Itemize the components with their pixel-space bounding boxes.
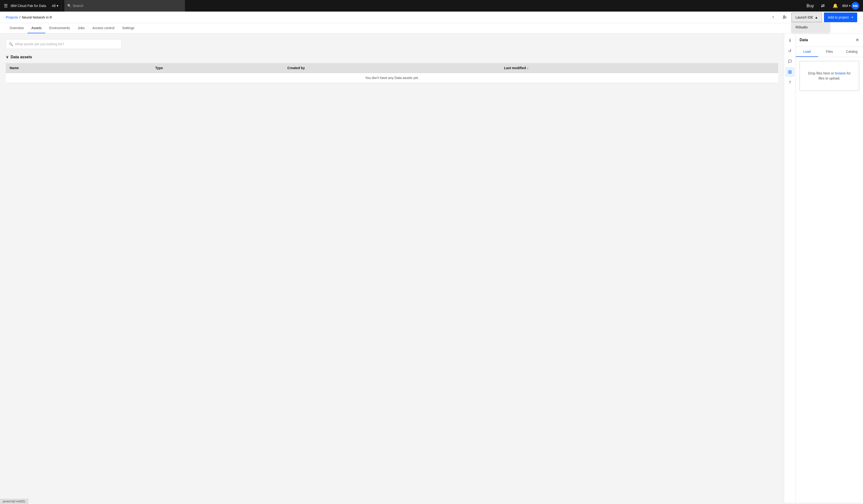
add-to-project-button[interactable]: Add to project + [824, 13, 857, 22]
browse-link[interactable]: browse [835, 71, 846, 75]
status-bar: javascript:void(0); [0, 499, 28, 503]
svg-rect-3 [788, 70, 790, 72]
data-assets-header[interactable]: ∨ Data assets [6, 55, 778, 59]
add-member-button[interactable] [780, 13, 789, 22]
panel-tab-load[interactable]: Load [796, 47, 818, 57]
content-area: 🔍 ∨ Data assets Name Type Created by Las… [0, 34, 784, 503]
panel-close-button[interactable]: ✕ [855, 37, 859, 43]
data-assets-section: ∨ Data assets Name Type Created by Last … [6, 55, 778, 83]
column-name: Name [6, 63, 151, 73]
data-assets-title: Data assets [11, 55, 32, 59]
right-panel: Data ✕ Load Files Catalog Drop files her… [796, 34, 863, 503]
launch-ide-chevron-icon: ▲ [815, 15, 818, 19]
status-text: javascript:void(0); [3, 500, 26, 503]
grid-icon[interactable] [785, 67, 795, 77]
drop-text-before: Drop files here or [808, 71, 835, 75]
tab-settings[interactable]: Settings [118, 23, 138, 33]
tab-environments[interactable]: Environments [45, 23, 74, 33]
buy-button[interactable]: Buy [804, 0, 816, 12]
panel-title: Data [800, 38, 808, 42]
transfer-icon[interactable]: ⇄ [817, 0, 828, 12]
search-bar-icon: 🔍 [9, 42, 13, 46]
info-icon[interactable]: ℹ [785, 36, 795, 45]
main-layout: 🔍 ∨ Data assets Name Type Created by Las… [0, 34, 863, 503]
svg-rect-5 [788, 72, 790, 74]
history-icon[interactable]: ↺ [785, 46, 795, 56]
sub-header-actions: ↑ Launch IDE ▲ RStudio Add to project + [768, 13, 857, 22]
avatar[interactable]: MB [851, 2, 859, 10]
file-drop-zone[interactable]: Drop files here or browse forfiles to up… [800, 61, 859, 91]
top-navigation: ☰ IBM Cloud Pak for Data All ▾ 🔍 Buy ⇄ 🔔… [0, 0, 863, 12]
assets-search-input[interactable] [15, 42, 118, 46]
chat-icon[interactable] [785, 56, 795, 66]
panel-body: Drop files here or browse forfiles to up… [796, 57, 863, 503]
panel-tab-catalog[interactable]: Catalog [841, 47, 863, 57]
right-panel-icons: ℹ ↺ ? [784, 34, 796, 503]
data-assets-table: Name Type Created by Last modified ↓ You… [6, 63, 778, 83]
projects-breadcrumb-link[interactable]: Projects [6, 15, 18, 19]
ide-dropdown-menu: RStudio [791, 22, 830, 32]
breadcrumb-separator: / [20, 15, 21, 19]
panel-tabs: Load Files Catalog [796, 47, 863, 57]
add-to-project-label: Add to project [828, 15, 849, 19]
brand-label: IBM Cloud Pak for Data [11, 4, 46, 8]
ibm-label[interactable]: IBM [842, 4, 848, 8]
upload-button[interactable]: ↑ [768, 13, 778, 22]
tab-assets[interactable]: Assets [27, 23, 45, 33]
hamburger-icon[interactable]: ☰ [4, 3, 8, 9]
svg-point-0 [784, 16, 785, 17]
search-icon: 🔍 [67, 4, 71, 8]
launch-ide-label: Launch IDE [796, 15, 813, 19]
panel-tab-files[interactable]: Files [818, 47, 841, 57]
launch-ide-button[interactable]: Launch IDE ▲ [791, 13, 822, 22]
all-filter[interactable]: All ▾ [49, 0, 61, 12]
global-search[interactable]: 🔍 [64, 0, 185, 12]
sub-header: Projects / Neural Network in R ↑ Launch … [0, 12, 863, 23]
table-header-row: Name Type Created by Last modified ↓ [6, 63, 778, 73]
data-assets-chevron-icon: ∨ [6, 55, 9, 59]
top-nav-right: Buy ⇄ 🔔 IBM ▾ MB [804, 0, 859, 12]
sort-icon: ↓ [527, 66, 529, 70]
breadcrumb: Projects / Neural Network in R [6, 15, 52, 19]
column-last-modified[interactable]: Last modified ↓ [500, 63, 778, 73]
column-type: Type [151, 63, 284, 73]
assets-search-bar[interactable]: 🔍 [6, 39, 122, 49]
search-input[interactable] [73, 4, 182, 8]
panel-header: Data ✕ [796, 34, 863, 47]
tab-jobs[interactable]: Jobs [74, 23, 89, 33]
table-empty-row: You don't have any Data assets yet. [6, 73, 778, 83]
bell-icon[interactable]: 🔔 [829, 0, 841, 12]
launch-ide-dropdown: Launch IDE ▲ RStudio [791, 13, 822, 22]
tab-access-control[interactable]: Access control [89, 23, 118, 33]
filter-chevron-icon: ▾ [57, 4, 58, 8]
svg-rect-6 [790, 72, 791, 74]
column-created-by: Created by [284, 63, 500, 73]
add-icon: + [851, 15, 853, 20]
tab-overview[interactable]: Overview [6, 23, 27, 33]
rstudio-option[interactable]: RStudio [792, 22, 830, 32]
current-page-label: Neural Network in R [22, 15, 52, 19]
page-tabs: Overview Assets Environments Jobs Access… [0, 23, 863, 34]
empty-message: You don't have any Data assets yet. [6, 73, 778, 83]
help-icon[interactable]: ? [785, 78, 795, 88]
svg-rect-4 [790, 70, 791, 72]
ibm-chevron-icon[interactable]: ▾ [849, 4, 850, 8]
all-filter-label: All [52, 4, 56, 8]
